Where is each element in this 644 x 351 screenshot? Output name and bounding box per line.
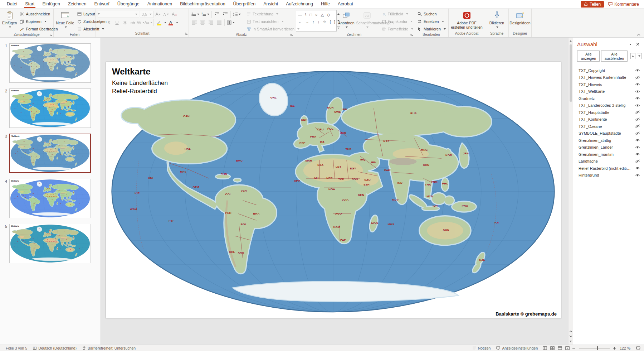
shrink-font-button[interactable]: A — [162, 11, 170, 18]
next-slide-button[interactable] — [569, 334, 573, 339]
text-shadow-button[interactable]: S — [121, 19, 128, 26]
menu-tab-zeichnen[interactable]: Zeichnen — [64, 0, 90, 8]
menu-tab-ansicht[interactable]: Ansicht — [259, 0, 282, 8]
hidden-eye-icon[interactable] — [635, 76, 640, 80]
menu-tab-acrobat[interactable]: Acrobat — [334, 0, 357, 8]
hidden-eye-icon[interactable] — [635, 110, 640, 114]
pane-options-button[interactable] — [627, 44, 634, 45]
increase-indent-button[interactable] — [221, 11, 229, 18]
hidden-eye-icon[interactable] — [635, 117, 640, 121]
character-spacing-button[interactable]: AV — [137, 19, 144, 26]
bold-button[interactable]: F — [98, 19, 105, 26]
visible-eye-icon[interactable] — [635, 68, 640, 72]
layer-item-symbole-hauptst-dte[interactable]: SYMBOLE_Hauptstädte — [573, 130, 644, 137]
display-settings-button[interactable]: Anzeigeeinstellungen — [493, 346, 541, 350]
language-indicator[interactable]: A Deutsch (Deutschland) — [30, 346, 79, 350]
arrange-button[interactable]: Anordnen — [338, 10, 355, 29]
bullets-button[interactable] — [191, 11, 200, 18]
columns-button[interactable] — [226, 19, 235, 26]
hide-all-button[interactable]: Alle ausblenden — [601, 51, 627, 62]
convert-smartart-button[interactable]: In SmartArt konvertieren — [245, 25, 301, 33]
hidden-eye-icon[interactable] — [635, 124, 640, 128]
zoom-slider[interactable] — [579, 348, 610, 348]
slide-text-block[interactable]: Weltkarte Keine Länderflächen Relief-Ras… — [112, 67, 168, 95]
select-button[interactable]: Markieren — [416, 25, 447, 33]
dialog-launcher-icon[interactable] — [410, 33, 413, 36]
visible-eye-icon[interactable] — [635, 82, 640, 86]
design-ideas-button[interactable]: Designideen — [511, 10, 530, 26]
slide-sorter-view-button[interactable] — [550, 346, 555, 350]
layer-item-landfl-che[interactable]: Landfläche — [573, 158, 644, 165]
vertical-scrollbar[interactable] — [568, 38, 573, 345]
hidden-eye-icon[interactable] — [635, 131, 640, 135]
thumbnail-preview[interactable]: Weltkarte — [9, 224, 91, 263]
visible-eye-icon[interactable] — [635, 96, 640, 100]
cut-button[interactable]: Ausschneiden — [18, 10, 59, 18]
layer-item-txt-weltkarte[interactable]: TXT_Weltkarte — [573, 88, 644, 95]
layer-item-gradnetz[interactable]: Gradnetz — [573, 95, 644, 102]
fit-to-window-button[interactable] — [633, 346, 641, 350]
clear-formatting-button[interactable]: A — [171, 11, 178, 18]
slide-thumbnail-1[interactable]: 1Weltkarte — [0, 40, 101, 86]
zoom-in-button[interactable] — [613, 347, 617, 350]
replace-button[interactable]: Ersetzen — [416, 18, 447, 25]
format-painter-button[interactable]: Format übertragen — [18, 25, 59, 33]
menu-tab-übergänge[interactable]: Übergänge — [113, 0, 143, 8]
shape-fill-button[interactable]: Fülleffekt — [381, 10, 415, 18]
slide-thumbnail-5[interactable]: 5Weltkarte — [0, 221, 101, 266]
thumbnail-preview[interactable]: Weltkarte — [9, 43, 91, 83]
layer-item-grenzlinien-maritim[interactable]: Grenzlinien_maritim — [573, 151, 644, 158]
accessibility-checker[interactable]: Barrierefreiheit: Untersuchen — [79, 346, 138, 350]
dialog-launcher-icon[interactable] — [290, 33, 293, 36]
shape-effects-button[interactable]: Formeffekte — [381, 25, 415, 33]
visible-eye-icon[interactable] — [635, 138, 640, 142]
collapse-ribbon-icon[interactable] — [637, 34, 640, 36]
visible-eye-icon[interactable] — [635, 104, 640, 107]
hidden-eye-icon[interactable] — [635, 159, 640, 163]
font-name-combo[interactable] — [98, 11, 139, 18]
find-button[interactable]: Suchen — [416, 10, 447, 18]
reading-view-button[interactable] — [558, 346, 562, 350]
layer-item-txt-hauptst-dte[interactable]: TXT_Hauptstädte — [573, 109, 644, 116]
quick-styles-button[interactable]: Aa Schnellformatvorlagen — [356, 10, 378, 29]
visible-eye-icon[interactable] — [635, 173, 640, 177]
menu-tab-aufzeichnung[interactable]: Aufzeichnung — [282, 0, 317, 8]
chevron-down-icon[interactable] — [176, 22, 178, 23]
zoom-slider-thumb[interactable] — [597, 346, 598, 350]
thumbnail-preview[interactable]: Weltkarte — [9, 88, 91, 128]
layer-item-grenzlinien-l-nder[interactable]: Grenzlinien_Länder — [573, 144, 644, 151]
align-text-button[interactable]: Text ausrichten — [245, 18, 301, 25]
text-direction-button[interactable]: Textrichtung — [245, 10, 301, 18]
menu-tab-start[interactable]: Start — [21, 0, 38, 8]
italic-button[interactable]: K — [106, 19, 113, 26]
new-slide-button[interactable]: Neue Folie — [55, 10, 75, 29]
layer-item-txt-hinweis[interactable]: TXT_Hinweis — [573, 81, 644, 88]
show-all-button[interactable]: Alle anzeigen — [577, 51, 600, 62]
justify-button[interactable] — [215, 19, 223, 26]
visible-eye-icon[interactable] — [635, 90, 640, 93]
dialog-launcher-icon[interactable] — [185, 32, 188, 35]
layer-item-hintergrund[interactable]: Hintergrund — [573, 172, 644, 179]
layer-item-txt-ozeane[interactable]: TXT_Ozeane — [573, 123, 644, 130]
move-layer-down-button[interactable] — [637, 53, 642, 59]
align-left-button[interactable] — [191, 19, 198, 26]
normal-view-button[interactable] — [543, 346, 547, 350]
menu-tab-hilfe[interactable]: Hilfe — [317, 0, 334, 8]
share-button[interactable]: Teilen — [581, 1, 604, 8]
decrease-indent-button[interactable] — [213, 11, 221, 18]
current-slide[interactable]: Weltkarte Keine Länderflächen Relief-Ras… — [106, 62, 561, 318]
shapes-row-1[interactable]: — \ □ ○ △ ◇ — [298, 11, 337, 18]
grow-font-button[interactable]: A — [154, 11, 162, 18]
align-center-button[interactable] — [199, 19, 206, 26]
menu-tab-einfügen[interactable]: Einfügen — [39, 0, 64, 8]
slideshow-view-button[interactable] — [565, 346, 570, 350]
layer-item-relief-rasterbild-nicht-editie-[interactable]: Relief-Rasterbild (nicht editie… — [573, 165, 644, 172]
scroll-up-button[interactable] — [569, 38, 573, 43]
chevron-down-icon[interactable] — [164, 22, 166, 23]
shapes-gallery[interactable]: — \ □ ○ △ ◇ ← → ↑ ↓ ☆ { } — [296, 10, 337, 32]
shapes-row-2[interactable]: ← → ↑ ↓ ☆ { } — [298, 18, 337, 25]
thumbnail-preview[interactable]: Weltkarte — [9, 134, 91, 173]
menu-tab-entwurf[interactable]: Entwurf — [90, 0, 113, 8]
comments-button[interactable]: Kommentare — [608, 2, 639, 7]
font-color-button[interactable]: A — [167, 19, 174, 26]
